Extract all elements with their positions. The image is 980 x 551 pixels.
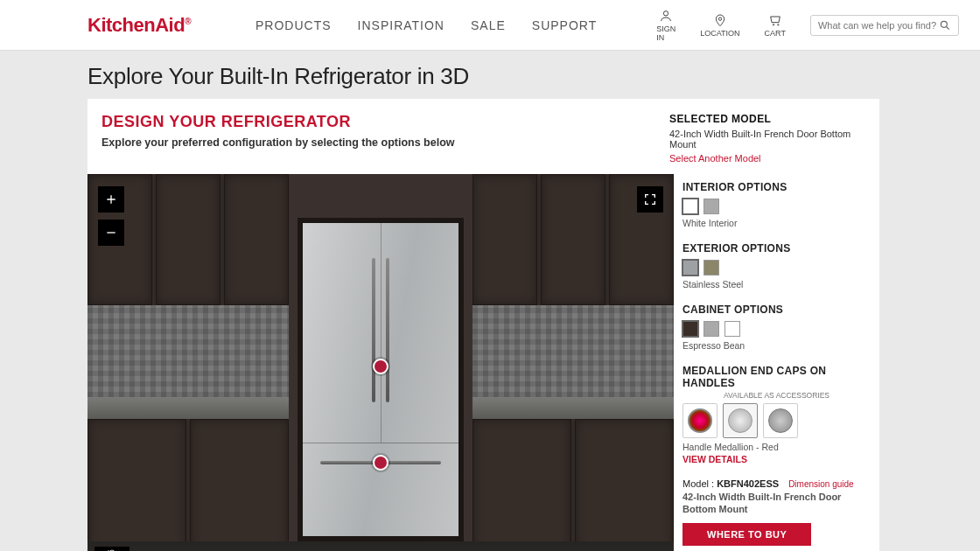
reset-view-button[interactable]: RESET VIEW bbox=[94, 547, 130, 551]
svg-point-1 bbox=[718, 17, 721, 20]
top-nav: KitchenAid® PRODUCTS INSPIRATION SALE SU… bbox=[0, 0, 980, 51]
selected-heading: SELECTED MODEL bbox=[669, 113, 862, 125]
drawer-divider bbox=[303, 443, 458, 443]
countertop-right bbox=[472, 397, 674, 419]
nav-sale[interactable]: SALE bbox=[471, 18, 506, 32]
zoom-in-button[interactable] bbox=[98, 186, 124, 213]
primary-nav: PRODUCTS INSPIRATION SALE SUPPORT bbox=[256, 18, 597, 32]
select-another-link[interactable]: Select Another Model bbox=[669, 153, 862, 164]
medallion-selected-label: Handle Medallion - Red bbox=[682, 442, 871, 452]
swatch-interior-platinum[interactable] bbox=[704, 199, 719, 214]
refrigerator[interactable] bbox=[303, 223, 458, 536]
floor bbox=[88, 541, 674, 551]
nav-inspiration[interactable]: INSPIRATION bbox=[358, 18, 444, 32]
medallion-stainless[interactable] bbox=[763, 403, 798, 438]
swatch-exterior-panel[interactable] bbox=[704, 260, 719, 276]
medallion-note: AVAILABLE AS ACCESSORIES bbox=[682, 391, 871, 400]
swatch-exterior-stainless[interactable] bbox=[682, 260, 698, 276]
handle-right bbox=[386, 258, 389, 402]
backsplash-right bbox=[472, 305, 674, 397]
medallion-red[interactable] bbox=[682, 403, 718, 438]
design-heading: DESIGN YOUR REFRIGERATOR bbox=[102, 113, 455, 131]
search-input[interactable] bbox=[818, 20, 939, 31]
design-subtext: Explore your preferred configuration by … bbox=[102, 136, 455, 149]
cabinet-options: CABINET OPTIONS Espresso Bean bbox=[682, 303, 871, 351]
location-link[interactable]: LOCATION bbox=[700, 13, 739, 38]
cabinet-heading: CABINET OPTIONS bbox=[682, 303, 871, 316]
svg-point-3 bbox=[777, 24, 778, 24]
brand-logo[interactable]: KitchenAid® bbox=[88, 14, 191, 37]
svg-point-2 bbox=[773, 24, 774, 24]
where-to-buy-button[interactable]: WHERE TO BUY bbox=[682, 523, 811, 546]
configurator-header: DESIGN YOUR REFRIGERATOR Explore your pr… bbox=[88, 99, 879, 174]
medallion-heritage[interactable] bbox=[723, 403, 758, 438]
swatch-interior-white[interactable] bbox=[682, 199, 698, 214]
medallion-options: MEDALLION END CAPS ON HANDLES AVAILABLE … bbox=[682, 365, 871, 464]
brand-text: KitchenAid bbox=[88, 14, 185, 36]
signin-label: SIGN IN bbox=[656, 24, 676, 42]
design-intro: DESIGN YOUR REFRIGERATOR Explore your pr… bbox=[102, 113, 455, 164]
swatch-cabinet-grey[interactable] bbox=[704, 321, 719, 337]
handle-left bbox=[372, 258, 375, 402]
interior-options: INTERIOR OPTIONS White Interior bbox=[682, 181, 871, 228]
model-line: Model : KBFN402ESS Dimension guide bbox=[682, 478, 871, 489]
configurator-card: DESIGN YOUR REFRIGERATOR Explore your pr… bbox=[88, 99, 879, 551]
fridge-cavity bbox=[298, 218, 464, 541]
viewer-3d[interactable]: RESET VIEW e bbox=[88, 174, 674, 551]
cart-icon bbox=[768, 13, 782, 27]
exterior-options: EXTERIOR OPTIONS Stainless Steel bbox=[682, 242, 871, 289]
view-details-link[interactable]: VIEW DETAILS bbox=[682, 454, 871, 464]
svg-point-4 bbox=[941, 21, 947, 27]
selected-model-block: SELECTED MODEL 42-Inch Width Built-In Fr… bbox=[669, 113, 862, 164]
page-title: Explore Your Built-In Refrigerator in 3D bbox=[88, 63, 892, 90]
signin-link[interactable]: SIGN IN bbox=[656, 9, 676, 42]
location-label: LOCATION bbox=[700, 29, 739, 38]
pin-icon bbox=[713, 13, 727, 27]
exterior-heading: EXTERIOR OPTIONS bbox=[682, 242, 871, 255]
hotspot-doors[interactable] bbox=[373, 359, 388, 374]
cabinet-selected-label: Espresso Bean bbox=[682, 340, 871, 351]
countertop-left bbox=[88, 397, 289, 419]
user-icon bbox=[659, 9, 673, 23]
dimension-guide-link[interactable]: Dimension guide bbox=[788, 479, 854, 489]
nav-products[interactable]: PRODUCTS bbox=[256, 18, 332, 32]
medallion-heading: MEDALLION END CAPS ON HANDLES bbox=[682, 365, 871, 389]
utility-nav: SIGN IN LOCATION CART bbox=[656, 9, 959, 42]
exterior-selected-label: Stainless Steel bbox=[682, 279, 871, 289]
cabinet-lower-left bbox=[88, 419, 289, 551]
cart-label: CART bbox=[765, 29, 786, 38]
swatch-cabinet-espresso[interactable] bbox=[682, 321, 698, 337]
options-panel: INTERIOR OPTIONS White Interior EXTERIOR… bbox=[674, 174, 879, 551]
swatch-cabinet-white[interactable] bbox=[724, 321, 740, 337]
backsplash-left bbox=[88, 305, 289, 397]
zoom-out-button[interactable] bbox=[98, 220, 124, 246]
page-body: Explore Your Built-In Refrigerator in 3D… bbox=[0, 51, 980, 551]
selected-desc: 42-Inch Width Built-In French Door Botto… bbox=[669, 129, 862, 150]
model-description: 42-Inch Width Built-In French Door Botto… bbox=[682, 491, 871, 516]
interior-selected-label: White Interior bbox=[682, 218, 871, 228]
search-icon bbox=[939, 19, 951, 31]
hotspot-drawer[interactable] bbox=[373, 455, 388, 471]
model-label: Model : bbox=[682, 478, 714, 489]
cart-link[interactable]: CART bbox=[765, 13, 786, 38]
search-box[interactable] bbox=[810, 15, 959, 36]
nav-support[interactable]: SUPPORT bbox=[532, 18, 597, 32]
fullscreen-button[interactable] bbox=[637, 186, 663, 213]
interior-heading: INTERIOR OPTIONS bbox=[682, 181, 871, 193]
cabinet-lower-right bbox=[472, 419, 674, 551]
svg-point-0 bbox=[664, 10, 668, 15]
model-sku: KBFN402ESS bbox=[717, 478, 779, 489]
